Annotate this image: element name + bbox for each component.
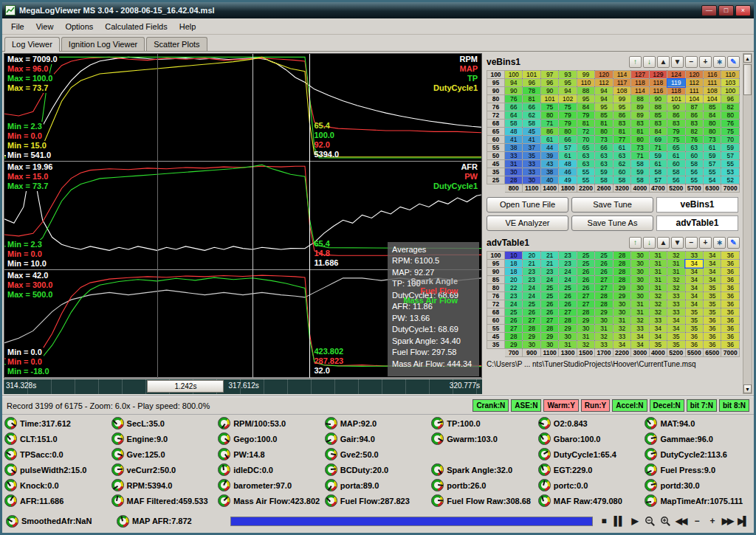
table-cell[interactable]: 36 bbox=[721, 300, 740, 308]
table-cell[interactable]: 63 bbox=[613, 152, 630, 160]
table-cell[interactable]: 90 bbox=[649, 95, 667, 103]
table-cell[interactable]: 26 bbox=[595, 260, 613, 268]
table-cell[interactable]: 31 bbox=[649, 252, 667, 260]
table-cell[interactable]: 112 bbox=[595, 79, 613, 87]
increment-cell-button[interactable]: ▲ bbox=[657, 237, 670, 249]
increase-button[interactable]: + bbox=[699, 237, 712, 249]
table-cell[interactable]: 26 bbox=[540, 300, 558, 308]
table-cell[interactable]: 27 bbox=[523, 317, 540, 325]
table-cell[interactable]: 32 bbox=[649, 300, 667, 308]
table-cell[interactable]: 33 bbox=[685, 252, 703, 260]
table-cell[interactable]: 30 bbox=[631, 252, 649, 260]
table-cell[interactable]: 46 bbox=[559, 168, 577, 176]
table-cell[interactable]: 59 bbox=[631, 168, 649, 176]
table-cell[interactable]: 55 bbox=[703, 168, 721, 176]
table-cell[interactable]: 33 bbox=[667, 308, 685, 317]
table-cell[interactable]: 34 bbox=[703, 260, 721, 268]
table-cell[interactable]: 30 bbox=[631, 292, 649, 300]
table-cell[interactable]: 27 bbox=[559, 308, 577, 317]
table-cell[interactable]: 33 bbox=[667, 300, 685, 308]
table-cell[interactable]: 55 bbox=[577, 168, 594, 176]
table-cell[interactable]: 116 bbox=[649, 87, 667, 95]
table-cell[interactable]: 81 bbox=[577, 120, 594, 128]
table-cell[interactable]: 63 bbox=[595, 152, 613, 160]
table-cell[interactable]: 32 bbox=[667, 276, 685, 284]
table-cell[interactable]: 76 bbox=[685, 136, 703, 144]
table-cell[interactable]: 27 bbox=[595, 284, 613, 292]
table-cell[interactable]: 36 bbox=[703, 341, 721, 349]
tab-scatter-plots[interactable]: Scatter Plots bbox=[146, 37, 207, 51]
table-cell[interactable]: 116 bbox=[703, 71, 721, 79]
timeline-bar[interactable]: 314.328s 1.242s 317.612s 320.777s bbox=[4, 379, 482, 394]
table-cell[interactable]: 34 bbox=[631, 333, 649, 341]
table-cell[interactable]: 58 bbox=[631, 176, 649, 184]
table-cell[interactable]: 70 bbox=[577, 136, 594, 144]
move-row-up-button[interactable]: ↑ bbox=[629, 56, 642, 68]
scroll-down-button[interactable]: ▼ bbox=[743, 384, 752, 393]
table-cell[interactable]: 31 bbox=[649, 260, 667, 268]
table-cell[interactable]: 57 bbox=[559, 144, 577, 152]
table-cell[interactable]: 76 bbox=[505, 95, 523, 103]
menu-view[interactable]: View bbox=[30, 21, 60, 32]
table-cell[interactable]: 31 bbox=[595, 325, 613, 333]
table-cell[interactable]: 26 bbox=[559, 300, 577, 308]
table-cell[interactable]: 24 bbox=[523, 284, 540, 292]
table-cell[interactable]: 110 bbox=[577, 79, 594, 87]
table-cell[interactable]: 77 bbox=[613, 136, 630, 144]
table-cell[interactable]: 36 bbox=[721, 284, 740, 292]
table-cell[interactable]: 100 bbox=[505, 71, 523, 79]
table-cell[interactable]: 81 bbox=[613, 128, 630, 136]
table-cell[interactable]: 65 bbox=[577, 144, 594, 152]
table-cell[interactable]: 104 bbox=[685, 95, 703, 103]
table-cell[interactable]: 96 bbox=[721, 95, 740, 103]
table-cell[interactable]: 58 bbox=[523, 120, 540, 128]
table-cell[interactable]: 76 bbox=[721, 120, 740, 128]
table-cell[interactable]: 30 bbox=[613, 300, 630, 308]
table-cell[interactable]: 29 bbox=[595, 308, 613, 317]
table-cell[interactable]: 34 bbox=[685, 268, 703, 276]
table-cell[interactable]: 73 bbox=[631, 144, 649, 152]
table-cell[interactable]: 83 bbox=[685, 120, 703, 128]
table-cell[interactable]: 75 bbox=[540, 103, 558, 111]
table-cell[interactable]: 28 bbox=[540, 325, 558, 333]
table-cell[interactable]: 63 bbox=[577, 160, 594, 168]
table-cell[interactable]: 21 bbox=[540, 260, 558, 268]
table-cell[interactable]: 75 bbox=[721, 128, 740, 136]
table-cell[interactable]: 129 bbox=[649, 71, 667, 79]
menu-file[interactable]: File bbox=[5, 21, 30, 32]
table-cell[interactable]: 24 bbox=[523, 292, 540, 300]
table-cell[interactable]: 59 bbox=[649, 152, 667, 160]
table-cell[interactable]: 61 bbox=[559, 152, 577, 160]
table-cell[interactable]: 31 bbox=[667, 268, 685, 276]
table-cell[interactable]: 71 bbox=[649, 144, 667, 152]
table-cell[interactable]: 36 bbox=[703, 333, 721, 341]
table-cell[interactable]: 25 bbox=[595, 252, 613, 260]
table-cell[interactable]: 127 bbox=[631, 71, 649, 79]
table-cell[interactable]: 72 bbox=[577, 128, 594, 136]
table-cell[interactable]: 58 bbox=[631, 160, 649, 168]
table-cell[interactable]: 87 bbox=[685, 103, 703, 111]
timeline-thumb[interactable]: 1.242s bbox=[147, 380, 224, 393]
table-cell[interactable]: 88 bbox=[649, 103, 667, 111]
table-cell[interactable]: 49 bbox=[559, 176, 577, 184]
table-cell[interactable]: 36 bbox=[721, 317, 740, 325]
table-cell[interactable]: 35 bbox=[703, 292, 721, 300]
table-cell[interactable]: 34 bbox=[703, 268, 721, 276]
table-cell[interactable]: 57 bbox=[649, 176, 667, 184]
table-cell[interactable]: 80 bbox=[631, 136, 649, 144]
table-cell[interactable]: 23 bbox=[540, 268, 558, 276]
table-cell[interactable]: 22 bbox=[505, 284, 523, 292]
table-cell[interactable]: 61 bbox=[649, 160, 667, 168]
table-cell[interactable]: 95 bbox=[613, 103, 630, 111]
table-cell[interactable]: 28 bbox=[595, 292, 613, 300]
table-cell[interactable]: 36 bbox=[721, 341, 740, 349]
table-cell[interactable]: 32 bbox=[631, 317, 649, 325]
table-cell[interactable]: 57 bbox=[703, 160, 721, 168]
table-cell[interactable]: 34 bbox=[703, 252, 721, 260]
table-cell[interactable]: 82 bbox=[721, 103, 740, 111]
cursor-line[interactable] bbox=[309, 54, 310, 378]
table-cell[interactable]: 80 bbox=[595, 128, 613, 136]
table-cell[interactable]: 78 bbox=[523, 87, 540, 95]
table-cell[interactable]: 34 bbox=[685, 292, 703, 300]
table-cell[interactable]: 27 bbox=[577, 292, 594, 300]
